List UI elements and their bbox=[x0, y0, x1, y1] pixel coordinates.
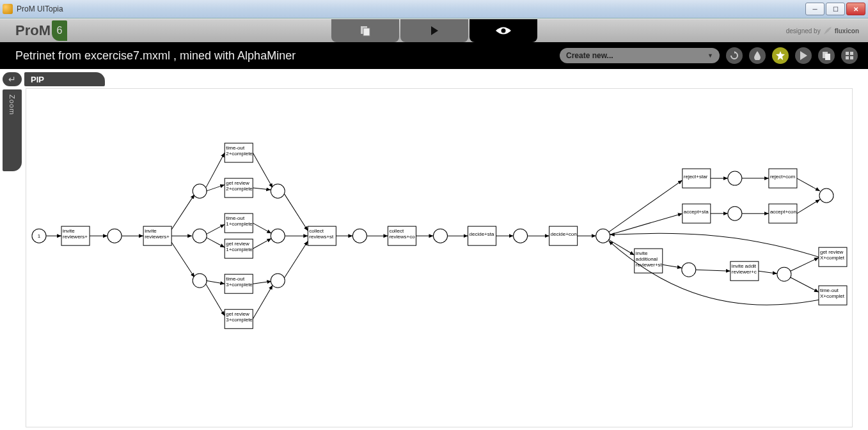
svg-rect-8 bbox=[850, 56, 853, 59]
maximize-button[interactable]: ☐ bbox=[826, 3, 845, 15]
copy-button[interactable] bbox=[818, 47, 835, 64]
svg-text:1: 1 bbox=[38, 233, 41, 239]
svg-text:accept+sta: accept+sta bbox=[684, 209, 709, 215]
svg-point-17 bbox=[193, 229, 207, 243]
svg-text:accept+con: accept+con bbox=[770, 209, 796, 215]
fluxicon-icon bbox=[823, 26, 832, 35]
svg-rect-6 bbox=[850, 52, 853, 55]
svg-text:reject+star: reject+star bbox=[684, 174, 708, 180]
svg-text:decide+sta: decide+sta bbox=[470, 231, 494, 237]
svg-point-16 bbox=[193, 184, 207, 198]
canvas-area: ↵ PIP Zoom 1 invitereviewers+ inviterevi… bbox=[0, 69, 868, 430]
svg-point-59 bbox=[682, 263, 696, 277]
svg-point-42 bbox=[514, 229, 528, 243]
svg-text:get review1+complete: get review1+complete bbox=[226, 241, 253, 252]
svg-point-23 bbox=[271, 184, 285, 198]
tab-view[interactable] bbox=[470, 19, 537, 42]
black-bar: Petrinet from excercise7.mxml , mined wi… bbox=[0, 42, 868, 69]
petri-viewport[interactable]: 1 invitereviewers+ invitereviewers+ time… bbox=[26, 88, 853, 427]
svg-point-2 bbox=[501, 29, 505, 33]
play-button[interactable] bbox=[795, 47, 812, 64]
zoom-panel[interactable]: Zoom bbox=[3, 89, 22, 171]
svg-point-13 bbox=[107, 229, 122, 243]
minimize-button[interactable]: ─ bbox=[805, 3, 825, 15]
window-title: ProM UITopia bbox=[17, 4, 63, 13]
svg-point-33 bbox=[271, 273, 285, 288]
chevron-down-icon: ▼ bbox=[707, 52, 713, 59]
tabs-icon bbox=[359, 24, 372, 37]
svg-point-53 bbox=[728, 206, 742, 220]
svg-text:get review3+complete: get review3+complete bbox=[226, 311, 253, 323]
window-controls: ─ ☐ ✕ bbox=[805, 3, 865, 15]
copy-icon bbox=[822, 51, 831, 60]
svg-point-62 bbox=[777, 267, 791, 281]
logo-badge: 6 bbox=[52, 20, 67, 41]
svg-text:decide+con: decide+con bbox=[551, 231, 577, 237]
pip-tab[interactable]: PIP bbox=[24, 72, 105, 86]
drop-icon bbox=[754, 51, 761, 60]
logo: ProM 6 bbox=[15, 19, 67, 42]
refresh-icon bbox=[730, 51, 739, 60]
nav-tabs bbox=[331, 19, 538, 42]
svg-point-45 bbox=[596, 229, 610, 243]
drop-button[interactable] bbox=[749, 47, 766, 64]
svg-text:invite additreviewer+c: invite additreviewer+c bbox=[732, 263, 757, 275]
svg-point-18 bbox=[193, 273, 207, 288]
svg-point-48 bbox=[728, 171, 742, 185]
refresh-button[interactable] bbox=[726, 47, 743, 64]
page-title: Petrinet from excercise7.mxml , mined wi… bbox=[15, 49, 296, 63]
svg-point-39 bbox=[433, 229, 447, 243]
svg-rect-1 bbox=[363, 28, 370, 36]
petri-net-diagram: 1 invitereviewers+ invitereviewers+ time… bbox=[26, 89, 852, 427]
svg-text:reject+com: reject+com bbox=[770, 174, 796, 180]
byline: designed by fluxicon bbox=[786, 26, 859, 35]
titlebar: ProM UITopia ─ ☐ ✕ bbox=[0, 0, 868, 19]
svg-point-56 bbox=[819, 188, 833, 203]
header-zone: ProM 6 designed by fluxicon bbox=[0, 19, 868, 42]
play-icon bbox=[800, 51, 807, 60]
svg-point-36 bbox=[352, 229, 367, 243]
svg-text:get reviewX+complet: get reviewX+complet bbox=[820, 249, 845, 261]
grid-button[interactable] bbox=[841, 47, 858, 64]
tab-workspace[interactable] bbox=[331, 19, 399, 42]
back-button[interactable]: ↵ bbox=[3, 72, 22, 86]
svg-rect-5 bbox=[846, 52, 849, 55]
star-button[interactable] bbox=[772, 47, 789, 64]
star-icon bbox=[776, 51, 785, 60]
play-icon bbox=[429, 25, 440, 36]
tab-run[interactable] bbox=[400, 19, 468, 42]
svg-text:get review2+complete: get review2+complete bbox=[226, 180, 253, 192]
close-button[interactable]: ✕ bbox=[846, 3, 865, 15]
svg-rect-4 bbox=[825, 54, 830, 60]
app-icon bbox=[3, 4, 13, 14]
svg-point-28 bbox=[271, 229, 285, 243]
create-new-dropdown[interactable]: Create new... ▼ bbox=[560, 48, 720, 63]
svg-rect-7 bbox=[846, 56, 849, 59]
eye-icon bbox=[495, 26, 512, 36]
grid-icon bbox=[845, 51, 854, 60]
